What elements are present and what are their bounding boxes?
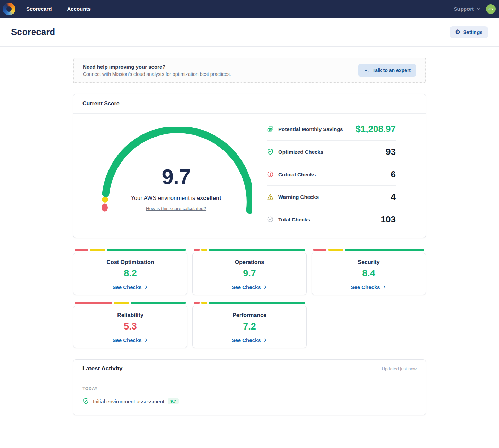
cash-icon <box>267 126 274 133</box>
see-checks-link[interactable]: See Checks <box>351 284 386 290</box>
category-score: 8.4 <box>312 268 426 279</box>
current-score-title: Current Score <box>82 100 120 107</box>
score-calculation-link[interactable]: How is this score calculated? <box>100 206 252 211</box>
category-card: Operations 9.7 See Checks <box>192 253 307 295</box>
category-title: Reliability <box>73 312 187 318</box>
category-score: 9.7 <box>193 268 306 279</box>
support-menu[interactable]: Support <box>454 6 481 12</box>
category-score: 8.2 <box>73 268 187 279</box>
nav-links: Scorecard Accounts <box>26 6 91 12</box>
current-score-card: Current Score 9.7 Your AWS environment i… <box>73 94 426 238</box>
warning-triangle-icon <box>267 193 274 200</box>
bar-segment-green <box>131 302 186 304</box>
help-banner-title: Need help improving your score? <box>83 64 231 70</box>
stat-label: Warning Checks <box>278 194 319 200</box>
activity-item: Initial environment assessment 9.7 <box>82 398 417 405</box>
bar-segment-yellow <box>201 249 207 251</box>
stat-label: Critical Checks <box>278 172 316 177</box>
bar-segment-yellow <box>328 249 343 251</box>
see-checks-link[interactable]: See Checks <box>112 337 148 343</box>
category-title: Security <box>312 259 426 265</box>
bar-segment-yellow <box>201 302 207 304</box>
bar-segment-green <box>209 302 305 304</box>
chevron-right-icon <box>263 338 268 342</box>
category-score-bar <box>194 302 305 304</box>
stat-label: Total Checks <box>278 217 310 222</box>
page-title: Scorecard <box>11 27 55 37</box>
talk-to-expert-button[interactable]: Talk to an expert <box>358 64 416 77</box>
category-title: Performance <box>193 312 306 318</box>
help-banner-subtitle: Connect with Mission’s cloud analysts fo… <box>83 71 231 77</box>
bar-segment-green <box>345 249 424 251</box>
score-description-highlight: excellent <box>197 195 221 201</box>
stat-label: Potential Monthly Savings <box>278 126 343 132</box>
help-banner-text: Need help improving your score? Connect … <box>83 64 231 77</box>
chevron-right-icon <box>263 285 268 289</box>
stat-row: Total Checks 103 <box>267 208 396 230</box>
bar-segment-yellow <box>114 302 129 304</box>
settings-label: Settings <box>463 29 482 35</box>
current-score-header: Current Score <box>73 94 426 114</box>
bar-segment-red <box>75 302 112 304</box>
bar-segment-red <box>194 249 200 251</box>
score-stats: Potential Monthly Savings $1,208.97 Opti… <box>267 118 396 230</box>
category-score-bar <box>75 302 186 304</box>
activity-group-label: TODAY <box>82 386 417 391</box>
main-content: Need help improving your score? Connect … <box>73 47 426 415</box>
category-score-bar <box>194 249 305 251</box>
settings-button[interactable]: ⚙ Settings <box>450 26 488 38</box>
see-checks-label: See Checks <box>231 337 261 343</box>
stat-row: Potential Monthly Savings $1,208.97 <box>267 118 396 140</box>
support-label: Support <box>454 6 474 12</box>
avatar[interactable]: JS <box>486 4 496 14</box>
category-title: Cost Optimization <box>73 259 187 265</box>
stat-row: Optimized Checks 93 <box>267 140 396 163</box>
page-header: Scorecard ⚙ Settings <box>0 18 499 47</box>
gear-icon: ⚙ <box>455 29 461 35</box>
bar-segment-red <box>194 302 200 304</box>
activity-score-badge: 9.7 <box>168 398 179 404</box>
latest-activity-card: Latest Activity Updated just now TODAY I… <box>73 359 426 415</box>
mission-logo-icon[interactable] <box>3 3 15 15</box>
see-checks-link[interactable]: See Checks <box>231 284 267 290</box>
latest-activity-body: TODAY Initial environment assessment 9.7 <box>73 378 426 415</box>
see-checks-label: See Checks <box>112 337 141 343</box>
nav-right: Support JS <box>454 4 496 14</box>
stat-value: 6 <box>391 169 396 180</box>
chevron-right-icon <box>144 338 148 342</box>
category-score-bar <box>75 249 186 251</box>
bar-segment-green <box>107 249 186 251</box>
sparkles-icon <box>364 68 370 73</box>
activity-item-label: Initial environment assessment <box>93 398 164 404</box>
nav-item-scorecard[interactable]: Scorecard <box>26 6 52 12</box>
bar-segment-green <box>209 249 305 251</box>
category-card: Security 8.4 See Checks <box>312 253 426 295</box>
talk-to-expert-label: Talk to an expert <box>373 68 411 73</box>
see-checks-link[interactable]: See Checks <box>231 337 267 343</box>
chevron-down-icon <box>476 7 480 11</box>
shield-check-icon <box>267 148 274 155</box>
check-circle-icon <box>267 216 274 223</box>
alert-circle-icon <box>267 171 274 178</box>
score-gauge: 9.7 Your AWS environment is excellent Ho… <box>100 127 252 227</box>
bar-segment-yellow <box>90 249 105 251</box>
current-score-body: 9.7 Your AWS environment is excellent Ho… <box>73 114 426 238</box>
stat-label: Optimized Checks <box>278 149 323 155</box>
nav-item-accounts[interactable]: Accounts <box>67 6 90 12</box>
latest-activity-header: Latest Activity Updated just now <box>73 360 426 378</box>
latest-activity-title: Latest Activity <box>82 365 123 372</box>
help-banner: Need help improving your score? Connect … <box>73 58 426 83</box>
stat-row: Warning Checks 4 <box>267 185 396 208</box>
see-checks-label: See Checks <box>112 284 141 290</box>
category-card: Performance 7.2 See Checks <box>192 306 307 348</box>
stat-value: $1,208.97 <box>356 124 396 134</box>
activity-updated-timestamp: Updated just now <box>382 366 417 371</box>
category-card: Reliability 5.3 See Checks <box>73 306 187 348</box>
category-score: 7.2 <box>193 321 306 332</box>
category-grid: Cost Optimization 8.2 See Checks Operati… <box>73 253 426 348</box>
stat-value: 103 <box>381 214 396 225</box>
category-score-bar <box>313 249 424 251</box>
chevron-right-icon <box>382 285 387 289</box>
score-description: Your AWS environment is excellent <box>100 195 252 201</box>
see-checks-link[interactable]: See Checks <box>112 284 148 290</box>
